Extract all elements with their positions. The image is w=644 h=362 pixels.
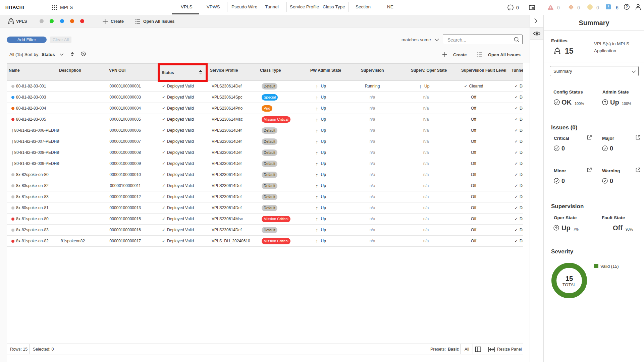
svg-text:?: ? <box>626 5 628 9</box>
